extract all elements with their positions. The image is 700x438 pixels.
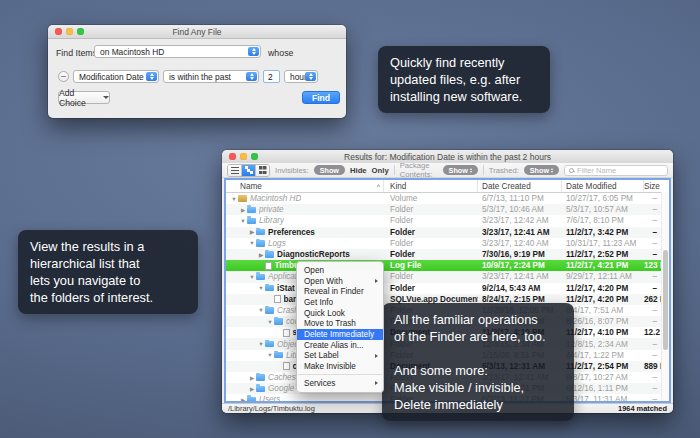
row-date-created: 7/30/16, 9:19 PM — [478, 250, 562, 259]
invisibles-only-button[interactable]: Only — [372, 166, 389, 175]
grid-view-icon — [259, 166, 267, 174]
file-icon — [265, 262, 272, 270]
table-row[interactable]: ▶ DiagnosticReports Folder 7/30/16, 9:19… — [226, 249, 669, 260]
criteria-unit-select[interactable]: hours — [284, 70, 318, 83]
row-date-created: 5/3/17, 10:46 AM — [478, 205, 562, 214]
disclosure-triangle-icon[interactable]: ▼ — [248, 240, 256, 246]
disclosure-triangle-icon[interactable]: ▼ — [257, 285, 265, 291]
invisibles-show-button[interactable]: Show — [314, 165, 345, 175]
filter-input[interactable] — [577, 166, 663, 175]
row-name: Logs — [268, 239, 286, 248]
table-row[interactable]: ▶ Preferences Folder 3/23/17, 12:41 AM 1… — [226, 227, 669, 238]
toolbar-divider — [394, 165, 395, 175]
menu-item-set-label[interactable]: Set Label — [297, 351, 383, 362]
menu-item-move-to-trash[interactable]: Move to Trash — [297, 318, 383, 329]
list-view-button[interactable] — [228, 165, 241, 176]
column-header-date-created[interactable]: Date Created — [478, 180, 562, 192]
menu-item-open[interactable]: Open — [297, 265, 383, 276]
filter-field[interactable] — [564, 165, 668, 176]
find-window-titlebar[interactable]: Find Any File — [48, 25, 346, 39]
minimize-button[interactable] — [66, 28, 73, 35]
menu-item-label: Services — [304, 379, 335, 388]
disclosure-triangle-icon[interactable]: ▼ — [230, 196, 238, 202]
table-row[interactable]: ▼ Macintosh HD Volume 6/7/13, 11:10 PM 1… — [226, 193, 669, 204]
zoom-button[interactable] — [77, 28, 84, 35]
menu-item-label: Set Label — [304, 351, 339, 360]
column-header-kind[interactable]: Kind — [384, 180, 478, 192]
row-date-modified: 8/4/17, 7:51 AM — [562, 306, 644, 315]
column-header-name[interactable]: Name ^ — [226, 180, 384, 192]
minimize-button[interactable] — [240, 153, 247, 160]
row-date-created: 3/23/17, 12:42 AM — [478, 216, 562, 225]
submenu-arrow-icon — [375, 279, 378, 283]
find-button-label: Find — [312, 93, 330, 103]
disclosure-triangle-icon[interactable]: ▼ — [239, 218, 247, 224]
criteria-value-input[interactable] — [263, 70, 280, 83]
traffic-lights — [229, 153, 258, 160]
menu-item-services[interactable]: Services — [297, 378, 383, 389]
zoom-button[interactable] — [251, 153, 258, 160]
whose-label: whose — [268, 48, 293, 58]
scope-select-value: on Macintosh HD — [100, 47, 164, 57]
folder-icon — [256, 229, 265, 236]
package-contents-show-button[interactable]: Show — [443, 165, 478, 175]
hierarchy-view-button[interactable] — [241, 165, 255, 176]
table-row[interactable]: ▼ Logs Folder 3/23/17, 12:40 AM 10/31/17… — [226, 238, 669, 249]
close-button[interactable] — [229, 153, 236, 160]
disclosure-triangle-icon[interactable]: ▼ — [266, 319, 274, 325]
find-window-title: Find Any File — [48, 27, 346, 37]
scrollbar-thumb[interactable] — [663, 250, 668, 350]
package-show-label: Show — [449, 166, 468, 175]
column-header-size[interactable]: Size — [644, 180, 671, 192]
menu-item-create-alias-in[interactable]: Create Alias in... — [297, 340, 383, 351]
menu-item-quick-look[interactable]: Quick Look — [297, 308, 383, 319]
disclosure-triangle-icon[interactable]: ▶ — [257, 252, 265, 258]
callout-quick-find: Quickly find recently updated files, e.g… — [378, 46, 550, 113]
menu-item-get-info[interactable]: Get Info — [297, 297, 383, 308]
disclosure-triangle-icon[interactable]: ▼ — [257, 307, 265, 313]
scope-select[interactable]: on Macintosh HD — [94, 45, 261, 58]
table-row[interactable]: ▼ iStat Menus Folder 9/2/14, 5:43 AM 11/… — [226, 283, 669, 294]
menu-item-reveal-in-finder[interactable]: Reveal in Finder — [297, 286, 383, 297]
sort-ascending-icon: ^ — [377, 183, 380, 190]
table-row[interactable]: ▼ Library Folder 3/23/17, 12:42 AM 7/6/1… — [226, 215, 669, 226]
grid-view-button[interactable] — [255, 165, 269, 176]
trashed-label: Trashed: — [489, 166, 519, 175]
row-name: DiagnosticReports — [277, 250, 350, 259]
menu-item-open-with[interactable]: Open With — [297, 276, 383, 287]
menu-item-delete-immediately[interactable]: Delete Immediately — [297, 329, 383, 340]
disclosure-triangle-icon[interactable]: ▶ — [248, 375, 256, 381]
invisibles-hide-button[interactable]: Hide — [350, 166, 367, 175]
menu-item-label: Make Invisible — [304, 362, 356, 371]
row-date-modified: 11/2/17, 2:52 PM — [562, 250, 644, 259]
find-button[interactable]: Find — [302, 91, 340, 104]
vertical-scrollbar[interactable] — [661, 192, 669, 401]
remove-criteria-button[interactable]: – — [58, 71, 69, 82]
table-row[interactable]: ▶ private Folder 5/3/17, 10:46 AM 5/3/17… — [226, 204, 669, 215]
add-choice-button[interactable]: Add Choice — [58, 91, 110, 104]
table-row[interactable]: ▼ Application Support Folder 3/23/17, 12… — [226, 271, 669, 282]
row-date-modified: 11/2/17, 4:10 PM — [562, 328, 644, 337]
table-row[interactable]: Timbuktu.log Log File 10/9/17, 2:24 PM 1… — [226, 260, 669, 271]
invisibles-show-label: Show — [320, 166, 339, 175]
menu-item-make-invisible[interactable]: Make Invisible — [297, 361, 383, 372]
criteria-operator-select[interactable]: is within the past — [163, 70, 259, 83]
disclosure-triangle-icon[interactable]: ▼ — [266, 352, 274, 358]
results-window-titlebar[interactable]: Results for: Modification Date is within… — [222, 150, 673, 164]
disclosure-triangle-icon[interactable]: ▶ — [248, 386, 256, 392]
disclosure-triangle-icon[interactable]: ▶ — [239, 207, 247, 213]
menu-item-label: Open With — [304, 277, 343, 286]
disclosure-triangle-icon[interactable]: ▼ — [248, 274, 256, 280]
trashed-show-button[interactable]: Show — [524, 165, 559, 175]
row-date-modified: 5/3/17, 11:31 AM — [562, 395, 644, 403]
disclosure-triangle-icon[interactable]: ▼ — [257, 341, 265, 347]
row-date-modified: 11/2/17, 4:20 PM — [562, 295, 644, 304]
search-icon — [569, 168, 574, 173]
name-column-label: Name — [240, 182, 262, 191]
column-header-date-modified[interactable]: Date Modified — [562, 180, 644, 192]
criteria-field-select[interactable]: Modification Date — [73, 70, 159, 83]
disclosure-triangle-icon[interactable]: ▶ — [248, 229, 256, 235]
folder-icon — [265, 251, 274, 258]
chevron-updown-icon — [246, 72, 257, 81]
close-button[interactable] — [55, 28, 62, 35]
